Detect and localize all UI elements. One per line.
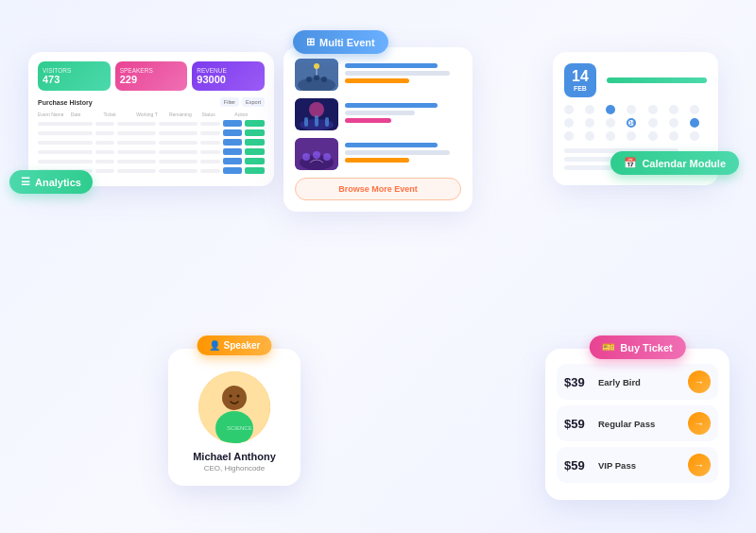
event-bar-sub-3 (345, 150, 450, 155)
svg-point-4 (321, 77, 327, 82)
table-row (38, 120, 265, 127)
event-thumb-3 (295, 138, 338, 170)
ticket-option-regular[interactable]: $59 Regular Pass → (557, 405, 718, 441)
buy-ticket-badge: 🎫 Buy Ticket (589, 335, 685, 359)
multi-event-badge: ⊞ Multi Event (293, 30, 388, 54)
speaker-avatar: SCIENCE (198, 371, 270, 443)
cal-dot (627, 105, 636, 114)
event-info-3 (345, 143, 461, 165)
multi-event-icon: ⊞ (306, 36, 315, 48)
ticket-option-early-bird[interactable]: $39 Early Bird → (557, 364, 718, 400)
analytics-icon: ☰ (21, 176, 30, 188)
cal-dot-active (690, 118, 699, 128)
ticket-name-2: Regular Pass (598, 419, 680, 429)
calendar-dots: 14 (564, 105, 707, 141)
event-bar-detail-3 (345, 158, 409, 163)
cal-dot (564, 118, 574, 128)
calendar-date-badge: 14 FEB (564, 63, 596, 97)
svg-rect-10 (304, 117, 308, 127)
cal-dot (585, 131, 594, 141)
analytics-card: VISITORS 473 SPEAKERS 229 REVENUE 93000 … (28, 52, 274, 186)
table-row (38, 148, 265, 155)
calendar-module-badge: 📅 Calendar Module (610, 151, 739, 175)
cal-dot (627, 131, 636, 141)
speaker-badge: 👤 Speaker (198, 335, 272, 355)
calendar-progress-bar (607, 77, 707, 83)
event-bar-sub-1 (345, 71, 450, 76)
svg-point-17 (323, 153, 331, 161)
analytics-badge: ☰ Analytics (9, 170, 93, 194)
buy-ticket-card: 🎫 Buy Ticket $39 Early Bird → $59 Regula… (545, 349, 730, 500)
stat-revenue: REVENUE 93000 (192, 61, 265, 91)
browse-more-button[interactable]: Browse More Event (295, 178, 461, 200)
cal-dot (690, 105, 699, 114)
ticket-price-1: $39 (564, 375, 591, 389)
table-column-headers: Event NameDateTicketWorking TRemainingSt… (38, 112, 265, 117)
ticket-arrow-3[interactable]: → (688, 454, 711, 476)
cal-dot (564, 105, 574, 114)
ticket-arrow-1[interactable]: → (688, 370, 711, 393)
ticket-name-1: Early Bird (598, 377, 680, 387)
calendar-header: 14 FEB (564, 63, 707, 97)
svg-point-23 (237, 395, 240, 398)
svg-rect-12 (325, 117, 329, 127)
filter-button[interactable]: Filter (220, 97, 239, 107)
cal-dot (669, 118, 679, 128)
speaker-icon: 👤 (209, 340, 220, 351)
cal-dot (690, 131, 699, 141)
cal-dot (564, 131, 574, 141)
cal-dot (585, 118, 594, 128)
cal-dot (648, 105, 658, 114)
svg-point-6 (314, 63, 319, 69)
event-item-3 (295, 138, 461, 170)
event-info-2 (345, 103, 461, 126)
svg-text:SCIENCE: SCIENCE (227, 425, 252, 431)
event-bar-detail-2 (345, 118, 391, 123)
svg-point-22 (230, 395, 232, 398)
ticket-price-3: $59 (564, 458, 591, 473)
speaker-title: CEO, Highoncode (180, 464, 289, 473)
ticket-arrow-2[interactable]: → (688, 412, 711, 435)
cal-dot (648, 131, 658, 141)
table-row (38, 158, 265, 164)
cal-dot (648, 118, 658, 128)
svg-point-16 (313, 151, 320, 159)
event-thumb-2 (295, 98, 338, 130)
event-bar-title-2 (345, 103, 438, 108)
multi-event-card: Browse More Event (284, 47, 472, 212)
event-item-2 (295, 98, 461, 130)
analytics-stats: VISITORS 473 SPEAKERS 229 REVENUE 93000 (38, 61, 265, 91)
svg-point-2 (306, 77, 312, 82)
cal-dot (606, 118, 615, 128)
calendar-icon: 📅 (624, 157, 637, 169)
event-bar-title-1 (345, 63, 438, 68)
event-item-1 (295, 59, 461, 91)
event-bar-sub-2 (345, 111, 415, 115)
event-info-1 (345, 63, 461, 86)
stat-speakers: SPEAKERS 229 (115, 61, 188, 91)
cal-dot (669, 105, 679, 114)
cal-dot (669, 131, 679, 141)
speaker-name: Michael Anthony (180, 451, 289, 462)
cal-dot (606, 131, 615, 141)
export-button[interactable]: Export (242, 97, 265, 107)
event-bar-title-3 (345, 143, 438, 147)
speaker-card: 👤 Speaker SCIENCE Michael Anthony CEO, H… (168, 349, 301, 486)
svg-point-15 (302, 153, 310, 161)
svg-rect-11 (315, 115, 318, 127)
table-row (38, 129, 265, 136)
cal-dot-active (606, 105, 615, 114)
cal-dot (585, 105, 594, 114)
purchase-history-table: Purchase History Filter Export Event Nam… (38, 97, 265, 174)
svg-point-19 (222, 386, 247, 410)
ticket-name-3: VIP Pass (598, 460, 680, 471)
stat-visitors: VISITORS 473 (38, 61, 111, 91)
event-bar-detail-1 (345, 78, 409, 83)
ticket-price-2: $59 (564, 417, 591, 431)
table-row (38, 139, 265, 146)
event-thumb-1 (295, 59, 338, 91)
ticket-icon: 🎫 (602, 341, 615, 353)
svg-point-8 (309, 102, 324, 117)
ticket-option-vip[interactable]: $59 VIP Pass → (557, 447, 718, 483)
cal-dot-today: 14 (627, 118, 636, 128)
